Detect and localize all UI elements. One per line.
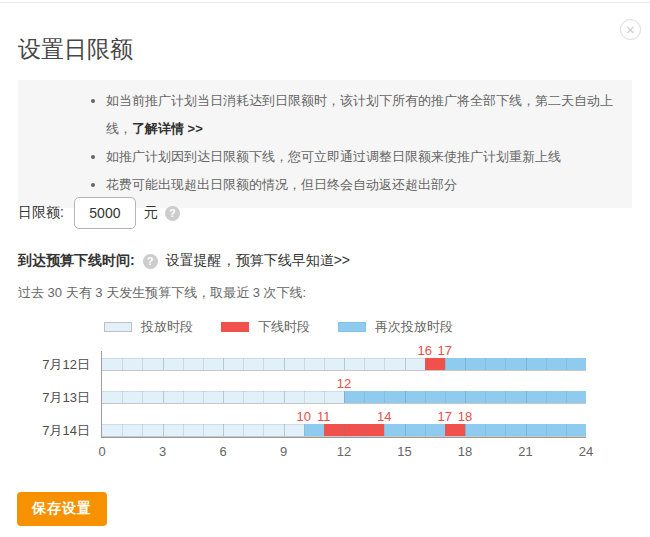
- legend-item-redelivery: 再次投放时段: [338, 318, 453, 336]
- legend-label: 下线时段: [258, 318, 310, 336]
- bar-segment-redelivery: [384, 424, 445, 436]
- hour-tick: [566, 358, 567, 370]
- hour-tick: [485, 391, 486, 403]
- y-axis-line: [101, 351, 102, 438]
- timeline-bar: [102, 391, 586, 403]
- hour-tick: [122, 358, 123, 370]
- hour-tick: [163, 424, 164, 436]
- hour-tick: [364, 358, 365, 370]
- hour-tick: [344, 391, 345, 403]
- hour-tick: [485, 358, 486, 370]
- hour-tick: [364, 424, 365, 436]
- hour-tick: [344, 358, 345, 370]
- hour-tick: [384, 391, 385, 403]
- hour-tick: [183, 391, 184, 403]
- axis-tick-label: 6: [219, 444, 226, 459]
- offline-summary-text: 过去 30 天有 3 天发生预算下线，取最近 3 次下线:: [18, 284, 306, 302]
- redelivery-swatch-icon: [338, 322, 366, 332]
- hour-tick: [163, 391, 164, 403]
- hour-tick: [324, 391, 325, 403]
- hour-tick: [445, 424, 446, 436]
- chart-row-date-label: 7月14日: [0, 422, 90, 440]
- hour-tick: [142, 391, 143, 403]
- bar-underline: [102, 403, 586, 404]
- axis-tick-label: 12: [337, 444, 351, 459]
- notice-text: 如推广计划因到达日限额下线，您可立即通过调整日限额来使推广计划重新上线: [106, 149, 561, 164]
- notice-item: 如当前推广计划当日消耗达到日限额时，该计划下所有的推广将全部下线，第二天自动上线…: [106, 87, 622, 143]
- hour-tick: [183, 424, 184, 436]
- daily-limit-input[interactable]: [74, 197, 136, 229]
- timeline-bar: [102, 424, 586, 436]
- hour-tick: [304, 358, 305, 370]
- offline-time-row: 到达预算下线时间: ? 设置提醒，预算下线早知道>>: [18, 252, 350, 270]
- hour-tick: [243, 391, 244, 403]
- hour-tick: [203, 424, 204, 436]
- close-icon[interactable]: ×: [620, 19, 641, 40]
- delivery-swatch-icon: [104, 322, 132, 332]
- offline-timeline-chart: 7月12日16177月13日127月14日1011141718036912151…: [0, 345, 650, 465]
- hour-tick: [465, 424, 466, 436]
- offline-hour-marker: 14: [377, 409, 391, 424]
- hour-tick: [405, 424, 406, 436]
- hour-tick: [263, 391, 264, 403]
- notice-item: 如推广计划因到达日限额下线，您可立即通过调整日限额来使推广计划重新上线: [106, 143, 622, 171]
- hour-tick: [142, 358, 143, 370]
- offline-hour-marker: 16: [417, 343, 431, 358]
- set-reminder-link[interactable]: 设置提醒，预算下线早知道>>: [166, 252, 350, 270]
- axis-tick-label: 3: [159, 444, 166, 459]
- hour-tick: [183, 358, 184, 370]
- offline-hour-marker: 11: [317, 409, 331, 424]
- currency-unit-label: 元: [144, 204, 158, 222]
- detail-link[interactable]: 了解详情 >>: [132, 121, 203, 136]
- timeline-bar: [102, 358, 586, 370]
- save-settings-button[interactable]: 保存设置: [17, 492, 107, 526]
- daily-limit-row: 日限额: 元 ?: [18, 197, 180, 229]
- offline-hour-marker: 12: [337, 376, 351, 391]
- hour-tick: [384, 424, 385, 436]
- notice-item: 花费可能出现超出日限额的情况，但日终会自动返还超出部分: [106, 171, 622, 199]
- hour-tick: [122, 424, 123, 436]
- x-axis-line: [101, 437, 586, 438]
- hour-tick: [304, 424, 305, 436]
- hour-tick: [546, 391, 547, 403]
- legend-item-offline: 下线时段: [221, 318, 310, 336]
- hour-tick: [243, 424, 244, 436]
- chart-legend: 投放时段 下线时段 再次投放时段: [104, 318, 481, 336]
- hour-tick: [243, 358, 244, 370]
- hour-tick: [526, 424, 527, 436]
- offline-hour-marker: 17: [438, 343, 452, 358]
- legend-label: 投放时段: [141, 318, 193, 336]
- hour-tick: [344, 424, 345, 436]
- axis-tick-label: 18: [458, 444, 472, 459]
- hour-tick: [203, 358, 204, 370]
- dialog-top-border: [0, 2, 650, 3]
- chart-row-date-label: 7月12日: [0, 356, 90, 374]
- hour-tick: [263, 358, 264, 370]
- hour-tick: [405, 391, 406, 403]
- hour-tick: [505, 424, 506, 436]
- offline-time-title: 到达预算下线时间:: [18, 252, 135, 270]
- hour-tick: [324, 358, 325, 370]
- hour-tick: [223, 358, 224, 370]
- bar-underline: [102, 370, 586, 371]
- hour-tick: [485, 424, 486, 436]
- hour-tick: [163, 358, 164, 370]
- axis-tick-label: 15: [397, 444, 411, 459]
- hour-tick: [384, 358, 385, 370]
- offline-swatch-icon: [221, 322, 249, 332]
- offline-hour-marker: 18: [458, 409, 472, 424]
- bar-segment-redelivery: [445, 358, 586, 370]
- question-mark-icon[interactable]: ?: [165, 206, 180, 221]
- hour-tick: [425, 424, 426, 436]
- hour-tick: [445, 391, 446, 403]
- axis-tick-label: 9: [280, 444, 287, 459]
- hour-tick: [425, 358, 426, 370]
- chart-row-date-label: 7月13日: [0, 389, 90, 407]
- hour-tick: [425, 391, 426, 403]
- axis-tick-label: 0: [98, 444, 105, 459]
- hour-tick: [284, 424, 285, 436]
- hour-tick: [304, 391, 305, 403]
- daily-limit-label: 日限额:: [18, 204, 64, 222]
- question-mark-icon[interactable]: ?: [143, 254, 158, 269]
- axis-tick-label: 24: [579, 444, 593, 459]
